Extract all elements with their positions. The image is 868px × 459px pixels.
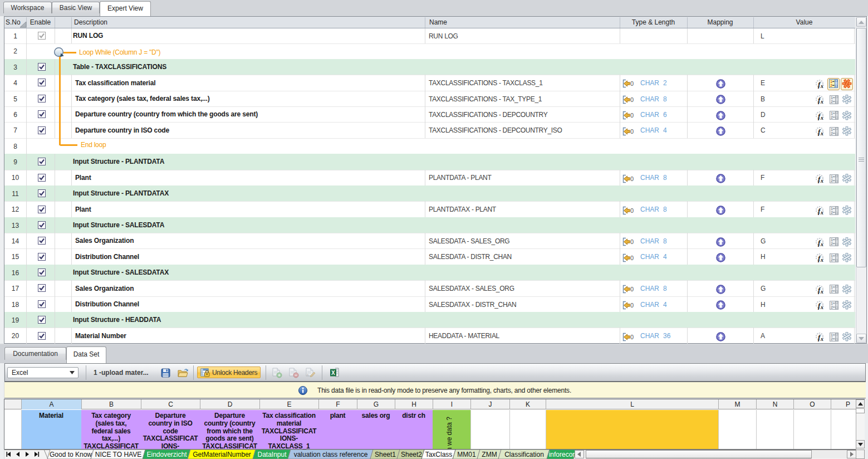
svg-text:1: 1 xyxy=(831,207,833,211)
svg-text:x: x xyxy=(820,289,823,295)
svg-text:0: 0 xyxy=(630,302,634,309)
svg-text:0: 0 xyxy=(630,80,634,87)
svg-text:2: 2 xyxy=(831,100,833,104)
svg-text:2: 2 xyxy=(831,337,833,341)
svg-text:0: 0 xyxy=(630,128,634,135)
svg-text:0: 0 xyxy=(630,96,634,103)
svg-text:0: 0 xyxy=(630,286,634,292)
svg-text:1: 1 xyxy=(831,238,833,242)
svg-text:Good to Know: Good to Know xyxy=(50,451,92,458)
svg-text:1: 1 xyxy=(831,96,833,100)
svg-text:Sheet1: Sheet1 xyxy=(375,451,396,458)
svg-text:Sheet2: Sheet2 xyxy=(401,451,422,458)
svg-text:x: x xyxy=(820,130,823,136)
svg-text:2: 2 xyxy=(831,305,833,309)
svg-text:2: 2 xyxy=(831,289,833,293)
svg-text:0: 0 xyxy=(630,112,634,119)
svg-text:2: 2 xyxy=(831,242,833,246)
svg-text:x: x xyxy=(820,178,823,184)
svg-text:0: 0 xyxy=(630,238,634,245)
svg-text:2: 2 xyxy=(830,84,832,87)
svg-text:x: x xyxy=(820,336,823,342)
svg-text:1: 1 xyxy=(831,128,833,131)
svg-text:GetMaterialNumber: GetMaterialNumber xyxy=(193,451,251,458)
svg-text:x: x xyxy=(820,99,823,105)
svg-text:TaxClass: TaxClass xyxy=(425,451,453,458)
svg-text:1: 1 xyxy=(831,301,833,305)
svg-text:x: x xyxy=(820,83,823,89)
svg-text:ZMM: ZMM xyxy=(482,451,497,458)
svg-text:DataInput: DataInput xyxy=(257,451,287,458)
svg-text:1: 1 xyxy=(831,175,833,179)
svg-text:2: 2 xyxy=(831,258,833,262)
svg-text:Classification: Classification xyxy=(504,451,544,458)
svg-text:2: 2 xyxy=(831,179,833,183)
svg-text:0: 0 xyxy=(630,255,634,261)
svg-text:A..: A.. xyxy=(307,373,310,377)
svg-text:x: x xyxy=(820,241,823,247)
svg-text:Eindoverzicht: Eindoverzicht xyxy=(146,451,187,458)
svg-text:NICE TO HAVE: NICE TO HAVE xyxy=(95,451,141,458)
svg-text:inforecor: inforecor xyxy=(549,451,575,458)
svg-text:2: 2 xyxy=(831,115,833,119)
svg-text:1: 1 xyxy=(831,285,833,289)
svg-text:0: 0 xyxy=(630,175,634,182)
svg-text:0: 0 xyxy=(630,334,634,340)
svg-text:1: 1 xyxy=(831,333,833,337)
svg-text:1: 1 xyxy=(831,111,833,115)
svg-text:x: x xyxy=(820,257,823,263)
svg-text:2: 2 xyxy=(831,211,833,214)
svg-text:1: 1 xyxy=(830,80,832,84)
svg-text:MM01: MM01 xyxy=(457,451,476,458)
svg-text:X: X xyxy=(331,370,335,376)
svg-text:x: x xyxy=(820,115,823,121)
svg-text:x: x xyxy=(820,304,823,310)
svg-text:0: 0 xyxy=(630,207,634,214)
svg-text:x: x xyxy=(820,209,823,216)
svg-text:1: 1 xyxy=(831,254,833,258)
svg-text:2: 2 xyxy=(831,131,833,135)
svg-text:valuation class reference: valuation class reference xyxy=(294,451,368,458)
